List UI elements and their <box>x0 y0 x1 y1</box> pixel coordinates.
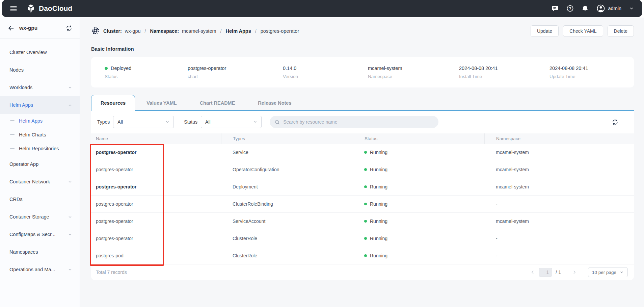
update-button[interactable]: Update <box>531 25 559 37</box>
sidebar-item-nodes[interactable]: Nodes <box>0 61 80 79</box>
daocloud-logo-icon <box>26 4 35 13</box>
tabs: Resources Values YAML Chart README Relea… <box>91 95 634 111</box>
info-field-chart: postgres-operator chart <box>188 66 283 79</box>
table-header: Name Types Status Namespace <box>91 133 634 144</box>
table-footer: Total 7 records / 1 10 per page <box>91 264 634 280</box>
user-chevron-down-icon[interactable] <box>629 6 634 11</box>
page-count: / 1 <box>556 270 561 275</box>
app-root: DaoCloud ? admin <box>0 0 644 307</box>
user-menu[interactable]: admin <box>596 4 622 13</box>
bell-icon[interactable] <box>582 5 589 12</box>
sidebar-item-container-storage[interactable]: Container Storage <box>0 208 80 226</box>
status-dot <box>364 254 367 257</box>
tab-values-yaml[interactable]: Values YAML <box>135 95 188 111</box>
status-dot <box>364 168 367 171</box>
cell-name: postgres-operator <box>91 184 221 189</box>
cell-namespace: mcamel-system <box>484 167 634 172</box>
table-row[interactable]: postgres-operator Deployment Running mca… <box>91 178 634 196</box>
table-row[interactable]: postgres-operator Service Running mcamel… <box>91 144 634 161</box>
cell-type: Deployment <box>221 184 353 189</box>
username: admin <box>608 6 622 11</box>
table-row[interactable]: postgres-operator ServiceAccount Running… <box>91 213 634 230</box>
sidebar-subitem-helm-apps[interactable]: Helm Apps <box>0 114 80 128</box>
cell-name: postgres-operator <box>91 167 221 172</box>
breadcrumb-cluster-label: Cluster: <box>103 28 122 34</box>
sidebar-item-crds[interactable]: CRDs <box>0 190 80 208</box>
sidebar-item-configmaps-secrets[interactable]: ConfigMaps & Secr... <box>0 226 80 243</box>
total-records: Total 7 records <box>96 270 127 275</box>
breadcrumb-cluster-value[interactable]: wx-gpu <box>125 28 141 34</box>
types-select[interactable]: All <box>113 116 174 128</box>
col-types: Types <box>221 133 353 144</box>
page-input[interactable] <box>539 268 552 277</box>
menu-icon[interactable] <box>10 6 17 10</box>
prev-page-button[interactable] <box>530 270 535 275</box>
tab-release-notes[interactable]: Release Notes <box>246 95 303 111</box>
check-yaml-button[interactable]: Check YAML <box>563 25 603 37</box>
cell-status: Running <box>353 167 484 172</box>
sidebar-subitem-helm-repositories[interactable]: Helm Repositories <box>0 142 80 155</box>
breadcrumb-namespace-value[interactable]: mcamel-system <box>182 28 216 34</box>
cell-status: Running <box>353 150 484 155</box>
basic-info-card: Deployed Status postgres-operator chart … <box>91 57 634 87</box>
basic-info-title: Basic Information <box>91 46 634 52</box>
cell-namespace: - <box>484 253 634 258</box>
cell-name: postgres-operator <box>91 201 221 207</box>
brand[interactable]: DaoCloud <box>26 4 72 13</box>
switch-cluster-icon[interactable] <box>66 25 72 31</box>
info-field-version: 0.14.0 Version <box>283 66 368 79</box>
types-label: Types <box>97 119 110 125</box>
breadcrumb-separator: / <box>145 28 146 34</box>
brand-name: DaoCloud <box>39 4 72 12</box>
cell-name: postgres-operator <box>91 219 221 224</box>
back-arrow-icon[interactable] <box>7 25 15 32</box>
help-icon[interactable]: ? <box>566 5 574 12</box>
sidebar-item-cluster-overview[interactable]: Cluster Overview <box>0 44 80 61</box>
sidebar-subitem-helm-charts[interactable]: Helm Charts <box>0 128 80 142</box>
delete-button[interactable]: Delete <box>608 25 634 37</box>
cluster-name: wx-gpu <box>19 25 61 31</box>
breadcrumb-section[interactable]: Helm Apps <box>226 28 251 34</box>
search-input[interactable] <box>283 119 434 125</box>
sidebar-nav: Cluster Overview Nodes Workloads Helm Ap… <box>0 39 80 278</box>
cell-type: ClusterRoleBinding <box>221 201 353 207</box>
table-row[interactable]: postgres-operator ClusterRole Running - <box>91 230 634 247</box>
chat-icon[interactable] <box>552 5 559 12</box>
layout: wx-gpu Cluster Overview Nodes Workloads <box>0 18 644 307</box>
sidebar-item-operations[interactable]: Operations and Ma... <box>0 261 80 278</box>
pagination: / 1 10 per page <box>530 267 628 277</box>
sidebar-item-namespaces[interactable]: Namespaces <box>0 243 80 261</box>
breadcrumb-separator: / <box>220 28 222 34</box>
subitem-dash <box>10 148 15 149</box>
tab-chart-readme[interactable]: Chart README <box>188 95 247 111</box>
col-status: Status <box>353 133 484 144</box>
cell-type: Service <box>221 150 353 155</box>
table-row[interactable]: postgres-operator OperatorConfiguration … <box>91 161 634 178</box>
status-dot <box>364 151 367 154</box>
cell-namespace: mcamel-system <box>484 150 634 155</box>
filters-bar: Types All Status All <box>91 111 634 133</box>
sidebar-item-operator-app[interactable]: Operator App <box>0 155 80 173</box>
status-select[interactable]: All <box>201 116 262 128</box>
table-row[interactable]: postgres-operator ClusterRoleBinding Run… <box>91 196 634 213</box>
sidebar-item-helm-apps[interactable]: Helm Apps <box>0 96 80 114</box>
deployed-status-dot <box>105 67 108 70</box>
refresh-icon[interactable] <box>610 119 620 126</box>
status-dot <box>364 185 367 188</box>
chevron-down-icon <box>68 232 72 237</box>
status-label: Status <box>184 119 197 125</box>
subitem-dash <box>10 134 15 135</box>
cell-status: Running <box>353 219 484 224</box>
sidebar-item-workloads[interactable]: Workloads <box>0 79 80 96</box>
navbar-left: DaoCloud <box>10 4 72 13</box>
breadcrumb: Cluster: wx-gpu / Namespace: mcamel-syst… <box>91 27 531 36</box>
sidebar-item-container-network[interactable]: Container Network <box>0 173 80 190</box>
app-dots-icon <box>91 27 100 36</box>
tab-resources[interactable]: Resources <box>91 95 135 111</box>
table-row[interactable]: postgres-pod ClusterRole Running - <box>91 247 634 264</box>
chevron-down-icon <box>68 180 72 184</box>
navbar-right: ? admin <box>552 4 634 13</box>
per-page-select[interactable]: 10 per page <box>588 267 628 277</box>
next-page-button[interactable] <box>572 270 577 275</box>
col-name: Name <box>91 133 221 144</box>
